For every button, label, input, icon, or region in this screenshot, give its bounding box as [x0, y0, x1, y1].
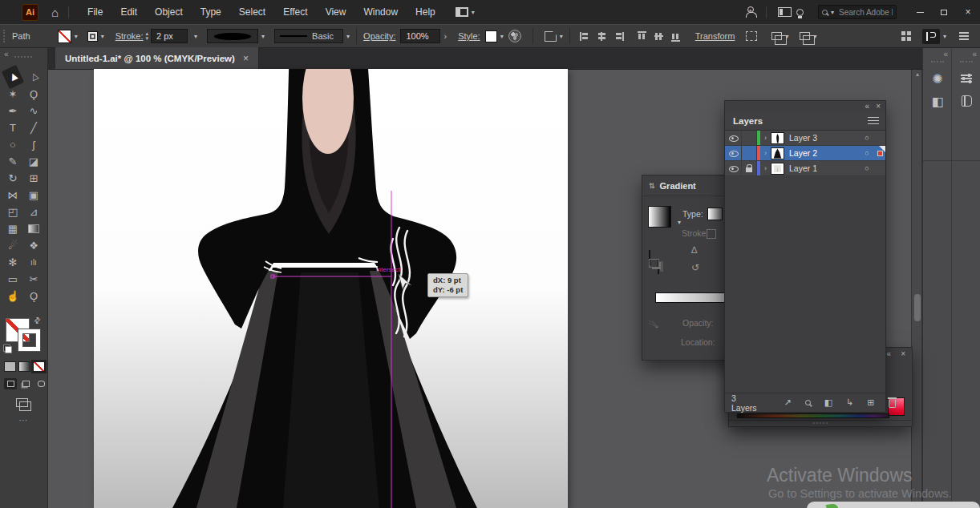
brush-definition[interactable]: Basic	[274, 29, 343, 43]
mesh-tool[interactable]: ▦	[3, 220, 22, 236]
style-label[interactable]: Style:	[458, 31, 480, 41]
menu-edit[interactable]: Edit	[111, 0, 146, 24]
chevron-down-icon[interactable]: ▾	[101, 33, 104, 40]
reverse-gradient-icon[interactable]: ∆	[691, 244, 697, 256]
style-swatch[interactable]	[485, 30, 497, 42]
make-clipping-mask-icon[interactable]: ◧	[824, 397, 832, 408]
new-sublayer-icon[interactable]: ↳	[846, 397, 853, 408]
stroke-color-swatch[interactable]	[87, 31, 98, 42]
layer-row-3[interactable]: › Layer 3 ○	[725, 131, 885, 146]
layer-name[interactable]: Layer 2	[789, 148, 860, 158]
document-setup-icon[interactable]	[545, 31, 557, 42]
close-panel-icon[interactable]: ×	[901, 349, 905, 358]
visibility-toggle[interactable]	[725, 161, 742, 175]
none-button[interactable]	[33, 361, 45, 372]
pencil-tool[interactable]: ✎	[3, 153, 22, 169]
libraries-icon[interactable]	[952, 90, 980, 112]
expand-layer-icon[interactable]: ›	[760, 164, 771, 172]
color-guide-icon[interactable]: ✺	[923, 67, 952, 90]
expand-layer-icon[interactable]: ›	[760, 149, 771, 157]
chevron-down-icon[interactable]: ▾	[346, 33, 350, 40]
layer-row-2[interactable]: › Layer 2 ○	[725, 146, 885, 161]
transform-label[interactable]: Transform	[695, 31, 735, 41]
expand-layer-icon[interactable]: ›	[760, 134, 771, 142]
color-button[interactable]	[4, 361, 16, 372]
collect-for-export-icon[interactable]: ↗	[784, 397, 792, 408]
drag-handle[interactable]	[14, 56, 32, 58]
menu-type[interactable]: Type	[192, 0, 230, 24]
visibility-toggle[interactable]	[725, 146, 742, 160]
restore-button[interactable]	[932, 0, 956, 24]
artwork-canvas[interactable]: intersect	[94, 69, 568, 508]
tab-close-icon[interactable]: ×	[243, 53, 249, 64]
home-icon[interactable]: ⌂	[51, 6, 59, 19]
artboard[interactable]: intersect	[94, 69, 568, 508]
layer-name[interactable]: Layer 1	[789, 163, 860, 173]
edit-toolbar-more-icon[interactable]: ⋯	[0, 415, 48, 425]
opacity-label[interactable]: Opacity:	[363, 31, 395, 41]
lock-toggle[interactable]	[742, 131, 757, 145]
chevron-down-icon[interactable]: ▾	[75, 33, 78, 40]
fill-color-swatch[interactable]	[58, 30, 71, 43]
draw-normal-button[interactable]	[4, 378, 17, 389]
share-user-icon[interactable]	[745, 6, 756, 18]
document-tab[interactable]: Untitled-1.ai* @ 100 % (CMYK/Preview) ×	[55, 47, 259, 69]
pen-tool[interactable]: ✒	[3, 103, 22, 119]
align-horizontal-right-button[interactable]	[614, 31, 624, 42]
panel-grid-icon[interactable]	[901, 31, 911, 41]
ellipse-tool[interactable]: ○	[3, 136, 22, 152]
gradient-button[interactable]	[18, 361, 30, 372]
panel-collapse-icon[interactable]: ⇅	[649, 182, 655, 190]
arrange-documents-icon[interactable]	[456, 7, 468, 17]
zoom-tool[interactable]: Ǫ	[24, 288, 43, 304]
align-horizontal-left-button[interactable]	[580, 31, 590, 42]
chevron-down-icon[interactable]: ▾	[261, 33, 265, 40]
layer-thumbnail[interactable]	[771, 147, 784, 159]
layers-panel-title[interactable]: Layers	[733, 116, 763, 126]
menu-help[interactable]: Help	[407, 0, 444, 24]
magic-wand-tool[interactable]: ✶	[3, 86, 22, 102]
layer-thumbnail[interactable]	[771, 163, 784, 175]
shape-builder-tool[interactable]: ◰	[3, 204, 22, 220]
delete-layer-icon[interactable]	[889, 397, 896, 408]
opacity-field[interactable]: 100%	[400, 29, 440, 43]
vertical-scrollbar[interactable]: ▴	[911, 70, 922, 508]
drag-handle[interactable]	[931, 61, 944, 62]
close-button[interactable]: ×	[956, 0, 980, 24]
minimize-button[interactable]	[908, 0, 932, 24]
lock-toggle[interactable]	[742, 146, 757, 160]
align-vertical-top-button[interactable]	[637, 31, 647, 42]
artboard-tool[interactable]: ▭	[3, 271, 22, 287]
gradient-fill-swatch[interactable]	[648, 206, 671, 228]
menu-view[interactable]: View	[317, 0, 355, 24]
lasso-tool[interactable]: Ϙ	[24, 86, 43, 102]
layer-target-icon[interactable]: ○	[860, 164, 874, 172]
screen-mode-icon[interactable]	[16, 398, 28, 407]
locate-object-icon[interactable]	[805, 400, 811, 405]
isolate-selection-icon[interactable]	[771, 32, 782, 40]
menu-select[interactable]: Select	[230, 0, 274, 24]
opacity-expand-icon[interactable]: ›	[443, 31, 447, 41]
scrollbar-thumb[interactable]	[914, 294, 921, 321]
stroke-proxy-swatch[interactable]	[18, 329, 40, 351]
discover-lightbulb-icon[interactable]	[796, 9, 804, 16]
shape-modes-icon[interactable]	[800, 32, 810, 40]
properties-icon[interactable]	[952, 67, 980, 90]
chevron-down-icon[interactable]: ▾	[560, 33, 563, 40]
line-segment-tool[interactable]: ╱	[24, 119, 43, 135]
align-vertical-bottom-button[interactable]	[670, 31, 681, 42]
collapse-panel-icon[interactable]: «	[886, 349, 891, 358]
panel-resize-handle[interactable]	[729, 420, 912, 426]
eyedropper-tool[interactable]: ☄	[3, 237, 22, 253]
layer-name[interactable]: Layer 3	[789, 133, 860, 143]
drag-handle[interactable]	[960, 61, 973, 62]
stroke-weight-stepper[interactable]: ▴▾	[146, 31, 149, 41]
layer-row-1[interactable]: › Layer 1 ○	[725, 161, 885, 176]
eraser-tool[interactable]: ◪	[24, 153, 43, 169]
expand-panels-icon[interactable]: «	[943, 50, 948, 59]
drag-handle[interactable]	[3, 30, 6, 42]
swatches-icon[interactable]: ◧	[923, 90, 952, 112]
symbol-sprayer-tool[interactable]: ✻	[3, 254, 22, 270]
collapse-panel-icon[interactable]: «	[4, 50, 9, 58]
align-vertical-center-button[interactable]	[654, 31, 664, 42]
